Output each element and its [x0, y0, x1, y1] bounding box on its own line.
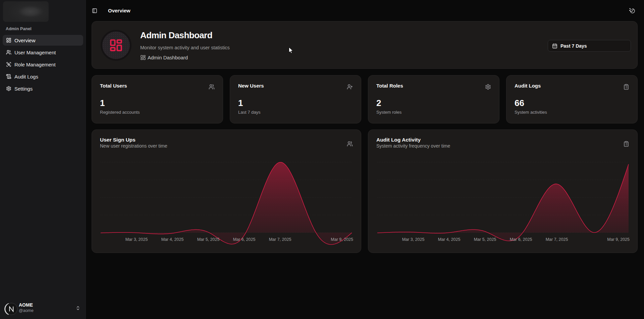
- svg-text:Mar 6, 2025: Mar 6, 2025: [510, 237, 532, 242]
- svg-text:Mar 9, 2025: Mar 9, 2025: [331, 237, 353, 242]
- svg-text:Mar 3, 2025: Mar 3, 2025: [125, 237, 148, 242]
- svg-text:Mar 3, 2025: Mar 3, 2025: [402, 237, 425, 242]
- svg-text:Mar 4, 2025: Mar 4, 2025: [438, 237, 461, 242]
- svg-text:Mar 4, 2025: Mar 4, 2025: [161, 237, 184, 242]
- svg-text:Mar 6, 2025: Mar 6, 2025: [233, 237, 256, 242]
- svg-text:Mar 5, 2025: Mar 5, 2025: [197, 237, 220, 242]
- svg-text:Mar 7, 2025: Mar 7, 2025: [546, 237, 568, 242]
- svg-text:Mar 9, 2025: Mar 9, 2025: [607, 237, 630, 242]
- svg-text:Mar 7, 2025: Mar 7, 2025: [269, 237, 291, 242]
- svg-text:Mar 5, 2025: Mar 5, 2025: [474, 237, 496, 242]
